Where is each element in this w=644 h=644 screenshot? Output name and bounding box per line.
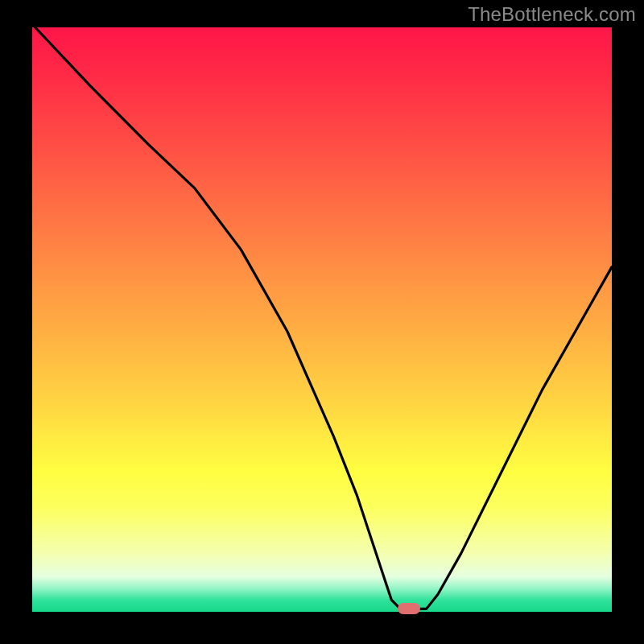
optimal-marker [398, 603, 421, 614]
plot-area [32, 27, 612, 612]
chart-container: TheBottleneck.com [0, 0, 644, 644]
curve-layer [32, 27, 612, 612]
watermark-text: TheBottleneck.com [468, 3, 636, 26]
bottleneck-curve [35, 27, 612, 609]
